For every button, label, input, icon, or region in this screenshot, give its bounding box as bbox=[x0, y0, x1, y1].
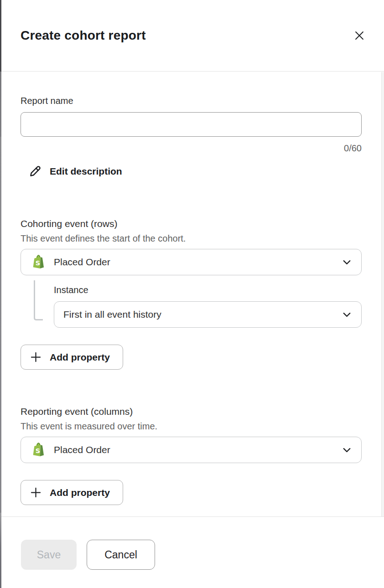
svg-text:S: S bbox=[36, 259, 40, 267]
cohorting-event-select[interactable]: S Placed Order bbox=[21, 249, 362, 275]
svg-text:S: S bbox=[36, 447, 40, 454]
chevron-down-icon bbox=[342, 445, 352, 455]
close-button[interactable] bbox=[351, 27, 368, 44]
instance-group: Instance First in all event history bbox=[54, 285, 362, 328]
add-property-label: Add property bbox=[50, 352, 110, 363]
add-property-label: Add property bbox=[50, 487, 110, 498]
scrollbar-track[interactable] bbox=[381, 72, 384, 516]
save-button[interactable]: Save bbox=[21, 540, 77, 570]
plus-icon bbox=[30, 486, 42, 499]
reporting-event-select[interactable]: S Placed Order bbox=[21, 437, 362, 463]
shopify-bag-icon: S bbox=[30, 442, 47, 458]
reporting-event-section: Reporting event (columns) This event is … bbox=[21, 406, 362, 505]
cohorting-event-value: Placed Order bbox=[54, 257, 336, 268]
plus-icon bbox=[30, 351, 42, 363]
instance-label: Instance bbox=[54, 285, 362, 295]
character-counter: 0/60 bbox=[21, 143, 362, 154]
reporting-add-property-button[interactable]: Add property bbox=[21, 480, 123, 505]
nested-connector-line bbox=[34, 280, 43, 320]
reporting-event-value: Placed Order bbox=[54, 444, 336, 455]
instance-value: First in all event history bbox=[63, 309, 336, 320]
chevron-down-icon bbox=[342, 309, 352, 320]
edit-description-label: Edit description bbox=[50, 166, 122, 177]
cohorting-event-heading: Cohorting event (rows) bbox=[21, 218, 362, 229]
cohorting-event-section: Cohorting event (rows) This event define… bbox=[21, 218, 362, 370]
page-title: Create cohort report bbox=[21, 28, 146, 43]
cohorting-event-description: This event defines the start of the coho… bbox=[21, 233, 362, 244]
pencil-icon bbox=[28, 164, 42, 178]
cancel-button[interactable]: Cancel bbox=[87, 540, 155, 570]
report-name-label: Report name bbox=[21, 96, 362, 106]
create-cohort-report-modal: Create cohort report Report name 0/60 Ed… bbox=[0, 0, 384, 588]
modal-footer: Save Cancel bbox=[1, 516, 384, 588]
close-icon bbox=[353, 29, 366, 42]
chevron-down-icon bbox=[342, 257, 352, 268]
modal-body: Report name 0/60 Edit description Cohort… bbox=[1, 72, 384, 516]
reporting-event-description: This event is measured over time. bbox=[21, 421, 362, 432]
instance-select[interactable]: First in all event history bbox=[54, 301, 362, 328]
reporting-event-heading: Reporting event (columns) bbox=[21, 406, 362, 417]
cohorting-add-property-button[interactable]: Add property bbox=[21, 345, 123, 370]
edit-description-button[interactable]: Edit description bbox=[21, 163, 122, 179]
shopify-bag-icon: S bbox=[30, 254, 47, 270]
modal-header: Create cohort report bbox=[1, 0, 384, 72]
report-name-input[interactable] bbox=[21, 112, 362, 137]
